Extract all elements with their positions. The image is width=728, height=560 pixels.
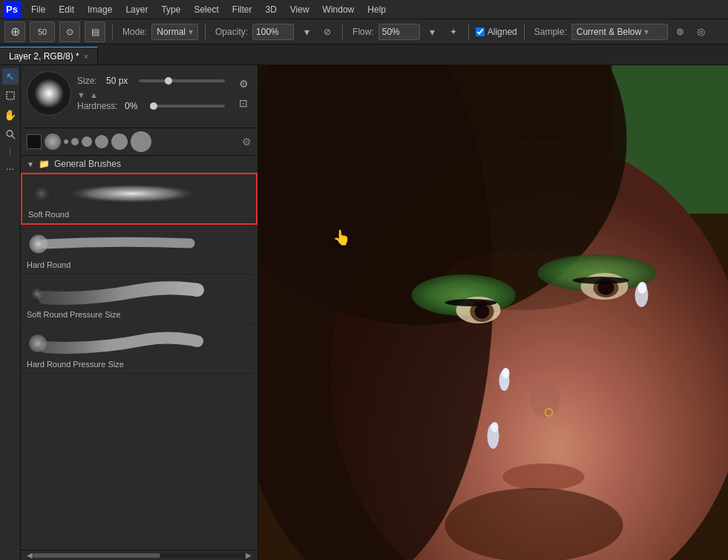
preset-dot-5[interactable] [111,134,128,150]
size-value: 50 px [106,76,136,86]
scroll-left-arrow[interactable]: ◀ [27,551,33,559]
extra-btn[interactable]: ◎ [693,24,709,40]
aligned-checkbox-label[interactable]: Aligned [476,27,517,37]
scroll-track[interactable] [33,553,246,558]
preset-circle-lg[interactable] [131,131,151,152]
soft-round-pressure-name: Soft Round Pressure Size [27,310,252,319]
hardness-label: Hardness: [77,101,122,111]
brush-preview-inner [34,79,64,108]
svg-point-3 [30,182,53,205]
scroll-thumb[interactable] [33,553,160,558]
brush-list-panel: ▼ 📁 General Brushes [21,156,258,550]
brush-group-header[interactable]: ▼ 📁 General Brushes [21,156,258,173]
menu-image[interactable]: Image [82,3,118,16]
tool-hand[interactable]: ✋ [2,107,19,123]
svg-rect-0 [7,92,14,99]
menu-window[interactable]: Window [317,3,361,16]
tab-close-btn[interactable]: × [84,52,88,61]
aligned-checkbox[interactable] [476,27,485,36]
mode-dropdown[interactable]: Normal ▾ [151,24,198,40]
preset-circle-gray[interactable] [45,134,61,150]
preset-dot-2[interactable] [71,138,79,145]
menu-help[interactable]: Help [361,3,392,16]
active-tab[interactable]: Layer 2, RGB/8) * × [0,47,98,65]
svg-point-28 [491,422,499,432]
tool-icon-btn[interactable]: ⊕ [4,22,25,42]
svg-point-19 [475,304,490,319]
brush-item-soft-round-pressure[interactable]: Soft Round Pressure Size [21,274,258,324]
brush-item-hard-round[interactable]: Hard Round [21,225,258,274]
hard-round-name: Hard Round [27,260,252,269]
flow-arrow[interactable]: ▾ [424,24,441,40]
preset-dot-1[interactable] [64,139,68,144]
opacity-value[interactable]: 100% [252,24,294,40]
svg-point-1 [7,131,13,136]
ignore-adjustments-btn[interactable]: ⊛ [672,24,689,40]
sep-2 [205,24,206,40]
hard-round-stroke-preview [27,229,205,259]
tool-move[interactable]: ↖ [2,68,19,85]
menu-edit[interactable]: Edit [53,3,80,16]
hardness-slider-thumb[interactable] [150,102,157,110]
size-slider-thumb[interactable] [165,77,172,85]
svg-point-31 [445,299,497,306]
brush-settings-btn[interactable]: ▤ [85,22,105,42]
sep-1 [112,24,113,40]
menu-file[interactable]: File [25,3,51,16]
flow-label: Flow: [352,27,374,37]
menu-type[interactable]: Type [155,3,186,16]
presets-gear-icon[interactable]: ⚙ [242,136,252,148]
sep-3 [342,24,343,40]
svg-point-26 [502,368,510,378]
group-name: General Brushes [54,159,121,169]
flow-value[interactable]: 50% [378,24,420,40]
airbrush-btn[interactable]: ✦ [445,24,462,40]
brush-picker-btn[interactable]: ⊙ [59,22,80,42]
menu-filter[interactable]: Filter [226,3,258,16]
brush-item-soft-round[interactable]: Soft Round [21,173,258,225]
preset-square-black[interactable] [27,134,42,149]
preset-dot-3[interactable] [82,136,92,147]
folder-icon: 📁 [39,159,50,169]
tool-zoom[interactable] [2,126,19,142]
menu-bar: Ps File Edit Image Layer Type Select Fil… [0,0,728,19]
tool-size-btn[interactable]: 50 [30,22,55,42]
canvas-background: 👆 [258,65,728,560]
svg-line-2 [12,136,15,139]
sep-5 [524,24,525,40]
pressure-btn[interactable]: ⊘ [319,24,335,40]
sample-dropdown[interactable]: Current & Below ▾ [571,24,668,40]
mode-label: Mode: [122,27,147,37]
size-up-arrow[interactable]: ▲ [90,90,98,99]
left-tools-panel: ↖ ✋ ··· [0,65,21,560]
brush-panel-extra[interactable]: ⊡ [235,95,252,111]
brush-item-hard-round-pressure[interactable]: Hard Round Pressure Size [21,324,258,374]
brush-settings-gear[interactable]: ⚙ [235,76,252,92]
preset-dot-4[interactable] [95,135,108,148]
photo-svg [258,65,728,560]
hard-round-pressure-stroke-preview [27,329,205,358]
tool-select-rect[interactable] [2,88,19,104]
opacity-arrow[interactable]: ▾ [298,24,315,40]
size-label: Size: [77,76,103,86]
svg-point-33 [503,464,585,490]
sep-4 [468,24,469,40]
hard-round-pressure-name: Hard Round Pressure Size [27,360,252,369]
menu-view[interactable]: View [284,3,315,16]
brush-preview [27,71,71,116]
soft-round-name: Soft Round [28,210,250,219]
scroll-right-arrow[interactable]: ▶ [246,551,252,559]
panel-scrollbar: ◀ ▶ [21,550,258,560]
svg-point-4 [62,183,203,204]
menu-layer[interactable]: Layer [119,3,154,16]
menu-select[interactable]: Select [188,3,224,16]
brush-presets-row: ⚙ [21,128,258,156]
size-down-arrow[interactable]: ▼ [77,90,85,99]
sample-label: Sample: [534,27,567,37]
tool-more[interactable]: ··· [2,160,19,177]
group-chevron-icon: ▼ [27,160,34,168]
menu-3d[interactable]: 3D [259,3,282,16]
size-slider[interactable] [139,79,225,82]
hardness-slider[interactable] [150,105,225,108]
tab-bar: Layer 2, RGB/8) * × [0,45,728,65]
